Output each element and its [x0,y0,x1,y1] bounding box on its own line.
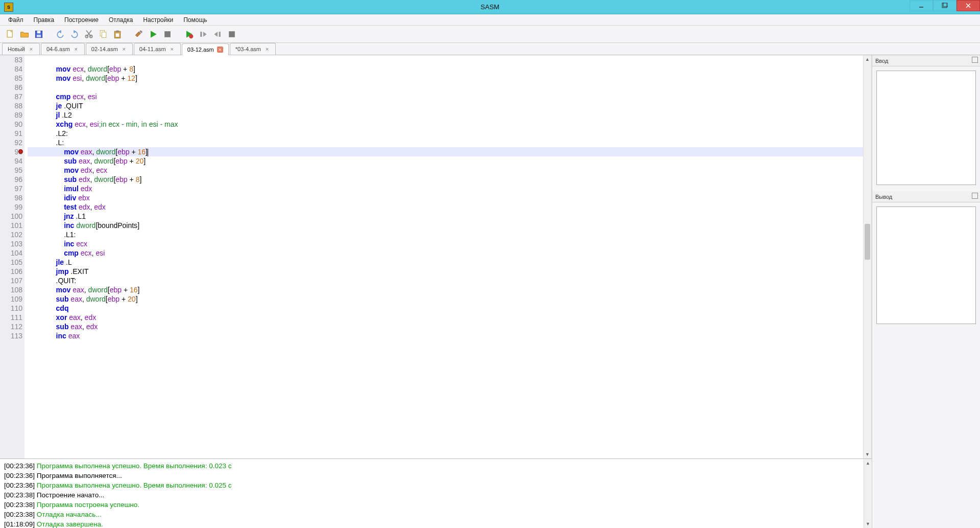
paste-icon[interactable] [111,28,124,40]
line-number[interactable]: 108 [0,285,22,294]
scroll-up-icon[interactable]: ▲ [864,459,872,467]
line-number[interactable]: 88 [0,101,22,110]
log-panel[interactable]: [00:23:36] Программа выполнена успешно. … [0,458,872,528]
editor-scrollbar[interactable]: ▲ ▼ [863,55,871,458]
step-over-icon[interactable] [197,28,209,40]
code-line[interactable]: .L1: [28,230,863,239]
code-line[interactable]: je .QUIT [28,101,863,110]
copy-icon[interactable] [97,28,109,40]
panel-float-icon[interactable] [972,193,978,199]
output-textarea[interactable] [876,206,976,324]
editor[interactable]: 8384858687888990919293949596979899100101… [0,55,872,458]
cut-icon[interactable] [83,28,95,40]
code-line[interactable]: .QUIT: [28,276,863,285]
line-number[interactable]: 92 [0,138,22,147]
code-line[interactable]: inc ecx [28,239,863,248]
line-number[interactable]: 103 [0,239,22,248]
continue-icon[interactable] [226,28,238,40]
code-line[interactable]: cmp ecx, esi [28,248,863,258]
maximize-button[interactable] [933,0,957,11]
output-panel-header[interactable]: Вывод [872,191,980,202]
open-file-icon[interactable] [18,28,31,40]
code-line[interactable]: test edx, edx [28,202,863,212]
line-number[interactable]: 104 [0,248,22,258]
code-line[interactable]: .L2: [28,129,863,138]
line-number[interactable]: 105 [0,258,22,267]
code-line[interactable]: sub edx, dword[ebp + 8] [28,175,863,184]
line-number[interactable]: 110 [0,304,22,313]
code-line[interactable]: jle .L [28,258,863,267]
menu-правка[interactable]: Правка [29,15,60,25]
run-icon[interactable] [147,28,159,40]
line-number[interactable]: 107 [0,276,22,285]
tab------[interactable]: Новый× [2,43,40,55]
line-number[interactable]: 94 [0,156,22,166]
code-line[interactable]: mov ecx, dword[ebp + 8] [28,64,863,74]
breakpoint-icon[interactable] [18,149,23,154]
code-line[interactable]: inc eax [28,331,863,340]
menu-настройки[interactable]: Настройки [138,15,178,25]
panel-float-icon[interactable] [972,57,978,63]
stop-icon[interactable] [161,28,174,40]
save-icon[interactable] [33,28,45,40]
code-line[interactable]: idiv ebx [28,193,863,202]
tab-04-11-asm[interactable]: 04-11.asm× [134,43,181,55]
code-line[interactable] [28,55,863,64]
line-number[interactable]: 91 [0,129,22,138]
code-line[interactable]: jl .L2 [28,110,863,120]
editor-gutter[interactable]: 8384858687888990919293949596979899100101… [0,55,25,458]
line-number[interactable]: 84 [0,64,22,74]
code-line[interactable]: .L: [28,138,863,147]
code-line[interactable]: mov eax, dword[ebp + 16] [28,285,863,294]
line-number[interactable]: 93 [0,147,22,156]
line-number[interactable]: 100 [0,212,22,221]
code-line[interactable]: sub eax, dword[ebp + 20] [28,294,863,304]
tab-close-icon[interactable]: × [169,46,175,52]
line-number[interactable]: 112 [0,322,22,331]
code-line[interactable] [28,83,863,92]
line-number[interactable]: 97 [0,184,22,193]
editor-code[interactable]: mov ecx, dword[ebp + 8] mov esi, dword[e… [25,55,863,458]
log-scrollbar[interactable]: ▲ ▼ [864,459,872,528]
line-number[interactable]: 111 [0,313,22,322]
line-number[interactable]: 101 [0,221,22,230]
code-line[interactable]: cmp ecx, esi [28,92,863,101]
line-number[interactable]: 83 [0,55,22,64]
step-out-icon[interactable] [211,28,224,40]
tab-close-icon[interactable]: × [264,46,270,52]
menu-помощь[interactable]: Помощь [178,15,212,25]
code-line[interactable]: imul edx [28,184,863,193]
scroll-down-icon[interactable]: ▼ [864,520,872,528]
build-icon[interactable] [133,28,145,40]
line-number[interactable]: 95 [0,166,22,175]
input-panel-header[interactable]: Ввод [872,55,980,66]
line-number[interactable]: 85 [0,74,22,83]
scroll-thumb[interactable] [865,224,870,260]
input-textarea[interactable] [876,71,976,185]
code-line[interactable]: mov esi, dword[ebp + 12] [28,74,863,83]
line-number[interactable]: 87 [0,92,22,101]
line-number[interactable]: 86 [0,83,22,92]
tab-04-6-asm[interactable]: 04-6.asm× [41,43,85,55]
close-button[interactable] [957,0,980,11]
code-line[interactable]: cdq [28,304,863,313]
tab-close-icon[interactable]: × [28,46,34,52]
line-number[interactable]: 89 [0,110,22,120]
line-number[interactable]: 96 [0,175,22,184]
code-line[interactable]: inc dword[boundPoints] [28,221,863,230]
line-number[interactable]: 99 [0,202,22,212]
tab-03-12-asm[interactable]: 03-12.asm× [182,43,229,55]
code-line[interactable]: mov eax, dword[ebp + 16] [28,147,863,156]
menu-отладка[interactable]: Отладка [104,15,138,25]
minimize-button[interactable] [910,0,933,11]
line-number[interactable]: 113 [0,331,22,340]
line-number[interactable]: 109 [0,294,22,304]
code-line[interactable]: sub eax, dword[ebp + 20] [28,156,863,166]
code-line[interactable]: sub eax, edx [28,322,863,331]
line-number[interactable]: 90 [0,120,22,129]
tab-close-icon[interactable]: × [73,46,79,52]
code-line[interactable]: xchg ecx, esi;in ecx - min, in esi - max [28,120,863,129]
line-number[interactable]: 98 [0,193,22,202]
menu-файл[interactable]: Файл [3,15,29,25]
scroll-up-icon[interactable]: ▲ [864,55,871,63]
